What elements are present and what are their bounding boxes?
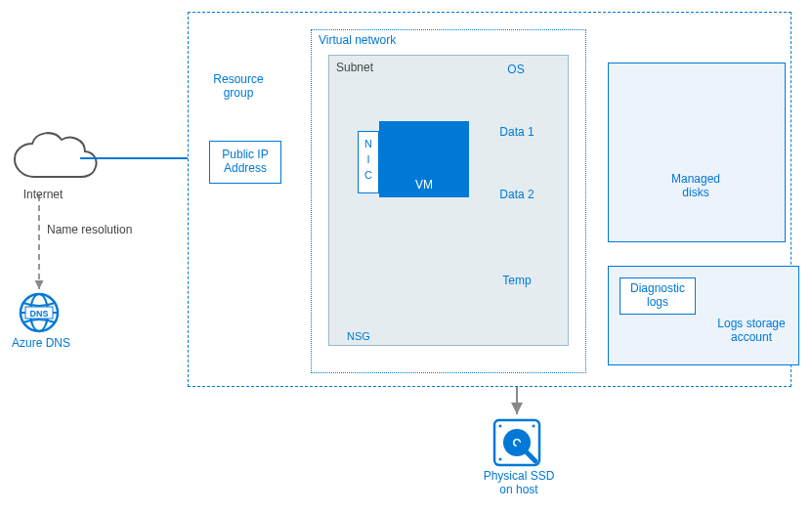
svg-text:DNS: DNS xyxy=(29,309,48,319)
azure-dns-label: Azure DNS xyxy=(6,336,76,350)
internet-label: Internet xyxy=(8,188,78,201)
cloud-icon xyxy=(15,133,97,177)
nsg-label: NSG xyxy=(342,330,375,342)
virtual-network-label: Virtual network xyxy=(319,33,396,47)
disk-temp-label: Temp xyxy=(492,274,541,287)
disk-data2-label: Data 2 xyxy=(491,188,543,201)
logs-storage-label: Logs storage account xyxy=(709,317,793,344)
disk-data1-label: Data 1 xyxy=(491,125,543,139)
disk-os-label: OS xyxy=(494,63,537,76)
diagnostic-logs-box: Diagnostic logs xyxy=(620,277,696,315)
managed-disks-box xyxy=(608,63,786,242)
resource-group-label: Resource group xyxy=(209,72,268,100)
public-ip-box: Public IP Address xyxy=(209,141,281,184)
vm-label: VM xyxy=(379,178,469,192)
name-resolution-label: Name resolution xyxy=(47,223,154,236)
nic-box: N I C xyxy=(358,131,379,193)
svg-point-33 xyxy=(533,425,535,428)
dns-icon: DNS xyxy=(21,294,58,331)
ssd-icon xyxy=(494,420,539,465)
svg-point-34 xyxy=(499,458,502,461)
ssd-label: Physical SSD on host xyxy=(477,469,561,496)
managed-disks-label: Managed disks xyxy=(608,172,784,199)
subnet-label: Subnet xyxy=(336,61,373,74)
svg-point-32 xyxy=(499,425,502,428)
